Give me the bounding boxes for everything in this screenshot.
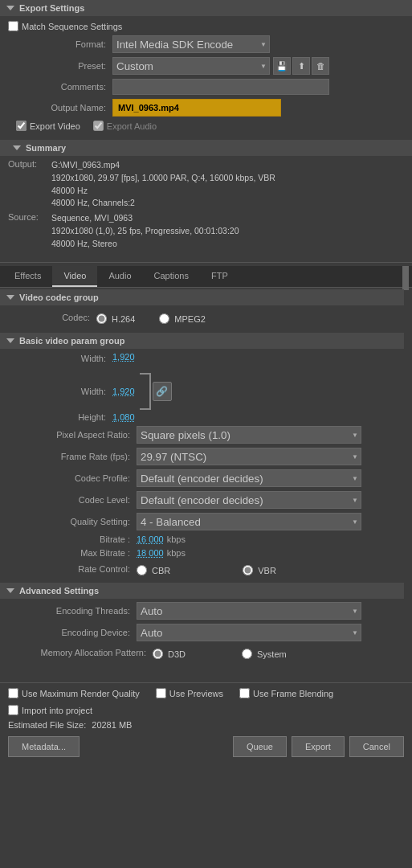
tab-effects[interactable]: Effects	[3, 266, 52, 287]
source-row: Source: Sequence, MVI_0963 1920x1080 (1,…	[8, 212, 404, 250]
codec-profile-select-wrapper: Default (encoder decides)	[137, 469, 361, 487]
summary-collapse-icon[interactable]	[13, 145, 21, 150]
advanced-settings-title: Advanced Settings	[19, 586, 99, 596]
basic-param-header: Basic video param group	[0, 333, 404, 349]
codec-h264-option[interactable]: H.264	[96, 313, 135, 324]
quality-select[interactable]: 4 - Balanced	[137, 513, 361, 530]
file-size-row: Estimated File Size: 20281 MB	[8, 720, 404, 730]
codec-level-select-wrapper: Default (encoder decides)	[137, 491, 361, 509]
rate-control-row: Rate Control: CBR VBR	[8, 562, 396, 575]
export-button[interactable]: Export	[292, 736, 345, 757]
output-name-value[interactable]: MVI_0963.mp4	[112, 99, 281, 117]
encoding-device-select[interactable]: Auto	[137, 624, 361, 641]
use-previews-label[interactable]: Use Previews	[156, 688, 223, 698]
height-combined-row: Height: 1,080	[8, 412, 396, 422]
cancel-button[interactable]: Cancel	[349, 736, 404, 757]
codec-mpeg2-option[interactable]: MPEG2	[159, 313, 206, 324]
format-row: Format: Intel Media SDK Encode	[8, 35, 404, 53]
codec-mpeg2-radio[interactable]	[159, 313, 169, 324]
import-into-project-checkbox[interactable]	[8, 705, 18, 715]
match-sequence-row: Match Sequence Settings	[8, 21, 404, 31]
quality-row: Quality Setting: 4 - Balanced	[8, 513, 396, 530]
codec-level-select[interactable]: Default (encoder decides)	[137, 491, 361, 509]
frame-blending-label[interactable]: Use Frame Blending	[239, 688, 333, 698]
frame-rate-row: Frame Rate (fps): 29.97 (NTSC)	[8, 448, 396, 465]
export-video-label[interactable]: Export Video	[16, 121, 80, 131]
link-dimensions-icon[interactable]: 🔗	[153, 382, 172, 401]
width-label: Width:	[8, 354, 112, 363]
format-select[interactable]: Intel Media SDK Encode	[112, 35, 270, 53]
pixel-aspect-select[interactable]: Square pixels (1.0)	[137, 426, 361, 444]
codec-profile-row: Codec Profile: Default (encoder decides)	[8, 469, 396, 487]
output-val: G:\MVI_0963.mp4 1920x1080, 29.97 [fps], …	[51, 159, 275, 210]
codec-h264-radio[interactable]	[96, 313, 107, 324]
frame-blending-checkbox[interactable]	[239, 688, 250, 698]
codec-collapse-icon[interactable]	[6, 295, 14, 300]
codec-row: Codec: H.264 MPEG2	[8, 310, 396, 324]
height-input[interactable]: 1,080	[112, 412, 135, 422]
max-bitrate-value[interactable]: 18 000	[137, 548, 164, 558]
summary-content: Output: G:\MVI_0963.mp4 1920x1080, 29.97…	[0, 156, 412, 259]
encoding-threads-select[interactable]: Auto	[137, 602, 361, 620]
tab-captions[interactable]: Captions	[143, 266, 200, 287]
export-video-checkbox[interactable]	[16, 121, 27, 131]
codec-profile-label: Codec Profile:	[8, 473, 137, 483]
save-preset-icon[interactable]: 💾	[273, 57, 291, 75]
bitrate-value[interactable]: 16 000	[137, 534, 164, 544]
match-sequence-label: Match Sequence Settings	[22, 22, 122, 31]
format-label: Format:	[8, 39, 112, 49]
import-preset-icon[interactable]: ⬆	[292, 57, 310, 75]
width-input[interactable]: 1,920	[112, 387, 135, 396]
preset-label: Preset:	[8, 61, 112, 71]
collapse-icon[interactable]	[6, 6, 14, 10]
max-render-quality-label[interactable]: Use Maximum Render Quality	[8, 688, 140, 698]
video-sections: Video codec group Codec: H.264 MPEG2	[0, 289, 412, 682]
memory-row: Memory Allocation Pattern: D3D System	[8, 645, 396, 659]
summary-title: Summary	[26, 143, 66, 153]
advanced-settings-content: Encoding Threads: Auto Encoding Device: …	[0, 599, 404, 682]
preset-select[interactable]: Custom	[112, 57, 270, 75]
max-render-quality-checkbox[interactable]	[8, 688, 18, 698]
encoding-device-label: Encoding Device:	[8, 628, 137, 637]
vbr-option[interactable]: VBR	[243, 565, 276, 575]
system-option[interactable]: System	[242, 649, 287, 659]
frame-rate-label: Frame Rate (fps):	[8, 452, 137, 461]
preset-select-wrapper: Custom	[112, 57, 270, 75]
match-sequence-checkbox[interactable]	[8, 21, 18, 31]
bracket-container	[140, 373, 151, 410]
tab-audio[interactable]: Audio	[97, 266, 142, 287]
cbr-option[interactable]: CBR	[137, 565, 170, 575]
delete-preset-icon[interactable]: 🗑	[312, 57, 329, 75]
encoding-threads-row: Encoding Threads: Auto	[8, 602, 396, 620]
import-into-project-label[interactable]: Import into project	[8, 705, 92, 715]
bracket-top	[140, 373, 151, 391]
basic-collapse-icon[interactable]	[6, 338, 14, 343]
export-settings-header: Export Settings	[0, 0, 412, 16]
pixel-aspect-row: Pixel Aspect Ratio: Square pixels (1.0)	[8, 426, 396, 444]
width-height-group: 1,920	[112, 352, 135, 365]
d3d-option[interactable]: D3D	[153, 649, 186, 659]
action-buttons: Metadata... Queue Export Cancel	[8, 736, 404, 757]
frame-rate-select[interactable]: 29.97 (NTSC)	[137, 448, 361, 465]
comments-row: Comments:	[8, 79, 404, 95]
tab-video[interactable]: Video	[52, 266, 97, 287]
basic-param-content: Width: 1,920	[0, 349, 404, 583]
advanced-collapse-icon[interactable]	[6, 588, 14, 593]
use-previews-checkbox[interactable]	[156, 688, 166, 698]
export-audio-label: Export Audio	[93, 121, 157, 131]
pixel-aspect-select-wrapper: Square pixels (1.0)	[137, 426, 361, 444]
queue-button[interactable]: Queue	[233, 736, 287, 757]
d3d-radio[interactable]	[153, 649, 163, 659]
system-radio[interactable]	[242, 649, 252, 659]
cbr-radio[interactable]	[137, 565, 147, 575]
width-value[interactable]: 1,920	[112, 352, 135, 362]
scrollbar-thumb[interactable]	[402, 266, 409, 290]
vbr-radio[interactable]	[243, 565, 253, 575]
preset-toolbar: 💾 ⬆ 🗑	[273, 57, 329, 75]
tab-ftp[interactable]: FTP	[200, 266, 239, 287]
metadata-button[interactable]: Metadata...	[8, 736, 80, 757]
comments-input[interactable]	[112, 79, 329, 95]
width-combined-label: Width:	[8, 387, 112, 396]
format-select-wrapper: Intel Media SDK Encode	[112, 35, 270, 53]
codec-profile-select[interactable]: Default (encoder decides)	[137, 469, 361, 487]
